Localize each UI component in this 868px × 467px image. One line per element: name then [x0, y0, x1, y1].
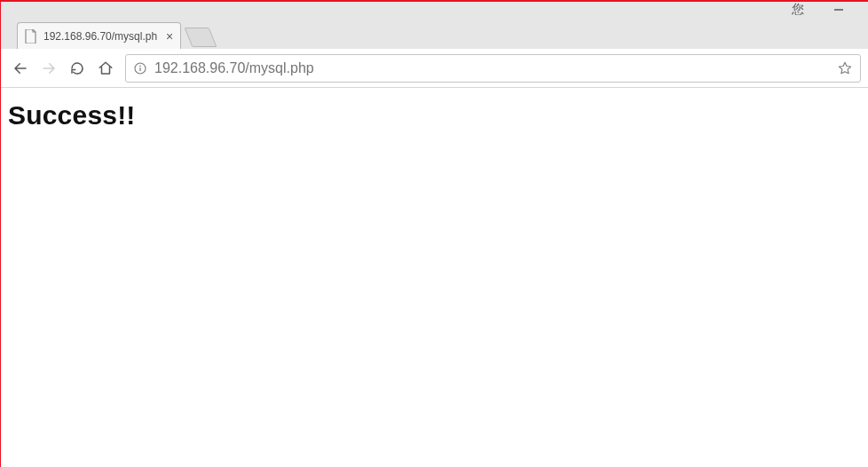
extension-button[interactable]: 您: [777, 2, 818, 18]
window-titlebar: 您: [1, 2, 868, 18]
tab-title: 192.168.96.70/mysql.ph: [43, 30, 157, 43]
reload-button[interactable]: [63, 54, 91, 83]
svg-point-2: [139, 65, 141, 67]
site-info-icon[interactable]: [133, 61, 147, 75]
file-icon: [25, 29, 37, 44]
browser-toolbar: 192.168.96.70/mysql.php: [1, 49, 868, 88]
arrow-right-icon: [41, 60, 57, 76]
arrow-left-icon: [12, 60, 28, 76]
tab-strip: 192.168.96.70/mysql.ph ×: [1, 18, 868, 49]
minimize-icon: [833, 4, 844, 15]
close-icon[interactable]: ×: [166, 30, 173, 43]
home-icon: [98, 60, 114, 76]
extension-icon: 您: [792, 2, 804, 18]
home-button[interactable]: [91, 54, 120, 83]
new-tab-button[interactable]: [185, 28, 217, 47]
reload-icon: [69, 60, 85, 76]
star-icon: [837, 60, 853, 76]
page-heading: Success!!: [8, 100, 861, 131]
minimize-button[interactable]: [818, 2, 859, 18]
forward-button[interactable]: [35, 54, 63, 83]
address-bar[interactable]: 192.168.96.70/mysql.php: [125, 54, 861, 83]
bookmark-button[interactable]: [837, 60, 853, 76]
page-content: Success!!: [1, 88, 868, 143]
url-text: 192.168.96.70/mysql.php: [154, 60, 837, 76]
browser-tab[interactable]: 192.168.96.70/mysql.ph ×: [17, 22, 181, 49]
back-button[interactable]: [6, 54, 35, 83]
svg-rect-3: [139, 67, 140, 71]
